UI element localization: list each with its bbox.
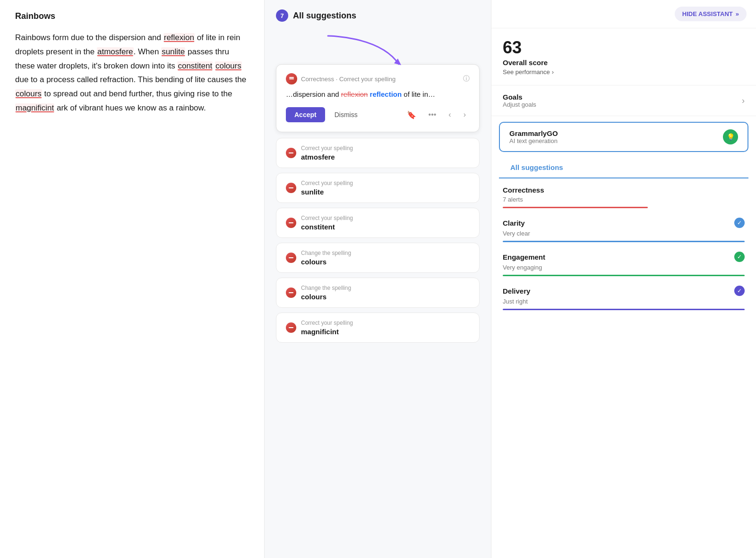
info-icon[interactable]: ⓘ xyxy=(463,75,470,83)
svg-rect-4 xyxy=(289,187,293,188)
goals-text: Goals Adjust goals xyxy=(503,93,536,108)
preview-before: …dispersion and xyxy=(286,90,341,98)
item-header-1: Correct your spelling sunlite xyxy=(286,180,470,196)
goals-chevron-icon: › xyxy=(742,96,745,106)
card-type-label: Correctness · Correct your spelling xyxy=(301,76,395,83)
item-header-3: Change the spelling colours xyxy=(286,250,470,266)
metric-correctness: Correctness 7 alerts xyxy=(503,186,745,208)
hide-assistant-button[interactable]: HIDE ASSISTANT » xyxy=(675,7,747,21)
suggestion-item-0[interactable]: Correct your spelling atmosfere xyxy=(276,138,480,168)
metric-delivery-header: Delivery ✓ xyxy=(503,286,745,296)
grammarly-go-section[interactable]: GrammarlyGO AI text generation 💡 xyxy=(499,122,748,152)
item-text-5: Correct your spelling magnificint xyxy=(301,320,353,336)
suggestion-item-4[interactable]: Change the spelling colours xyxy=(276,278,480,308)
score-section: 63 Overall score See performance › xyxy=(491,28,756,85)
suggestions-panel: 7 All suggestions Correctness · Correct … xyxy=(265,0,491,558)
item-icon-1 xyxy=(286,183,296,193)
misspelled-word-reflexion[interactable]: reflexion xyxy=(163,33,195,42)
svg-rect-8 xyxy=(289,327,293,328)
metric-clarity: Clarity ✓ Very clear xyxy=(503,218,745,242)
see-performance-link[interactable]: See performance › xyxy=(503,68,745,76)
preview-correction: reflection xyxy=(370,90,402,98)
item-text-2: Correct your spelling constitent xyxy=(301,215,353,231)
editor-title: Rainbows xyxy=(15,11,249,21)
accept-button[interactable]: Accept xyxy=(286,107,325,122)
all-suggestions-tab[interactable]: All suggestions xyxy=(499,158,748,178)
adjust-goals-label: Adjust goals xyxy=(503,101,536,108)
metrics-section: Correctness 7 alerts Clarity ✓ Very clea… xyxy=(491,178,756,327)
overall-score-label: Overall score xyxy=(503,59,745,67)
misspelled-word-colours-2[interactable]: colours xyxy=(15,89,42,98)
item-icon-3 xyxy=(286,253,296,263)
chevron-right-icon: › xyxy=(552,68,554,76)
goals-section[interactable]: Goals Adjust goals › xyxy=(491,85,756,116)
grammarly-go-subtitle: AI text generation xyxy=(509,137,558,144)
next-suggestion-button[interactable]: › xyxy=(460,108,470,122)
grammarly-go-icon: 💡 xyxy=(723,129,738,144)
metric-clarity-header: Clarity ✓ xyxy=(503,218,745,228)
svg-rect-3 xyxy=(289,152,293,153)
suggestions-header: 7 All suggestions xyxy=(276,9,480,22)
delivery-bar xyxy=(503,309,745,310)
more-options-button[interactable]: ••• xyxy=(425,107,440,123)
overall-score-number: 63 xyxy=(503,38,745,58)
assistant-header: HIDE ASSISTANT » xyxy=(491,0,756,28)
delivery-label: Delivery xyxy=(503,287,530,295)
chevrons-right-icon: » xyxy=(736,10,739,17)
preview-strikethrough: reflexion xyxy=(341,90,368,98)
metric-engagement-header: Engagement ✓ xyxy=(503,252,745,262)
engagement-status: Very engaging xyxy=(503,264,745,271)
svg-rect-2 xyxy=(289,77,294,78)
metric-engagement: Engagement ✓ Very engaging xyxy=(503,252,745,276)
metric-correctness-header: Correctness xyxy=(503,186,745,194)
misspelled-word-sunlite[interactable]: sunlite xyxy=(161,47,185,56)
item-icon-5 xyxy=(286,322,296,333)
item-text-0: Correct your spelling atmosfere xyxy=(301,145,353,161)
svg-rect-1 xyxy=(289,78,294,79)
svg-rect-5 xyxy=(289,222,293,223)
grammarly-go-text: GrammarlyGO AI text generation xyxy=(509,129,558,144)
correctness-label: Correctness xyxy=(503,186,544,194)
editor-text: Rainbows form due to the dispersion and … xyxy=(15,31,249,115)
engagement-check-icon: ✓ xyxy=(734,252,745,262)
suggestion-item-2[interactable]: Correct your spelling constitent xyxy=(276,208,480,238)
card-actions: Accept Dismiss 🔖 ••• ‹ › xyxy=(286,107,470,123)
bookmark-button[interactable]: 🔖 xyxy=(403,107,420,123)
svg-rect-6 xyxy=(289,257,293,258)
delivery-check-icon: ✓ xyxy=(734,286,745,296)
prev-suggestion-button[interactable]: ‹ xyxy=(445,108,455,122)
engagement-bar xyxy=(503,275,745,276)
misspelled-word-constitent[interactable]: constitent xyxy=(177,61,213,70)
suggestion-item-3[interactable]: Change the spelling colours xyxy=(276,243,480,273)
item-icon-4 xyxy=(286,287,296,298)
suggestion-item-1[interactable]: Correct your spelling sunlite xyxy=(276,173,480,203)
misspelled-word-colours-1[interactable]: colours xyxy=(215,61,242,70)
active-suggestion-card[interactable]: Correctness · Correct your spelling ⓘ …d… xyxy=(276,64,480,132)
goals-label: Goals xyxy=(503,93,536,101)
preview-after: of lite in… xyxy=(404,90,435,98)
engagement-label: Engagement xyxy=(503,253,545,261)
card-header: Correctness · Correct your spelling ⓘ xyxy=(286,73,470,85)
delivery-status: Just right xyxy=(503,298,745,305)
item-header-2: Correct your spelling constitent xyxy=(286,215,470,231)
item-text-1: Correct your spelling sunlite xyxy=(301,180,353,196)
suggestion-item-5[interactable]: Correct your spelling magnificint xyxy=(276,313,480,343)
clarity-label: Clarity xyxy=(503,219,525,227)
item-header-5: Correct your spelling magnificint xyxy=(286,320,470,336)
item-icon-0 xyxy=(286,148,296,158)
clarity-check-icon: ✓ xyxy=(734,218,745,228)
all-suggestions-label: All suggestions xyxy=(510,163,563,171)
arrow-decoration xyxy=(276,31,480,74)
correctness-bar xyxy=(503,207,648,208)
item-text-4: Change the spelling colours xyxy=(301,285,351,301)
metric-delivery: Delivery ✓ Just right xyxy=(503,286,745,310)
clarity-bar xyxy=(503,241,745,242)
item-text-3: Change the spelling colours xyxy=(301,250,351,266)
dismiss-button[interactable]: Dismiss xyxy=(330,107,362,122)
misspelled-word-atmosfere[interactable]: atmosfere xyxy=(97,47,134,56)
misspelled-word-magnificint[interactable]: magnificint xyxy=(15,103,54,112)
grammarly-go-title: GrammarlyGO xyxy=(509,129,558,137)
item-icon-2 xyxy=(286,218,296,228)
item-header-4: Change the spelling colours xyxy=(286,285,470,301)
correctness-icon xyxy=(286,73,297,85)
